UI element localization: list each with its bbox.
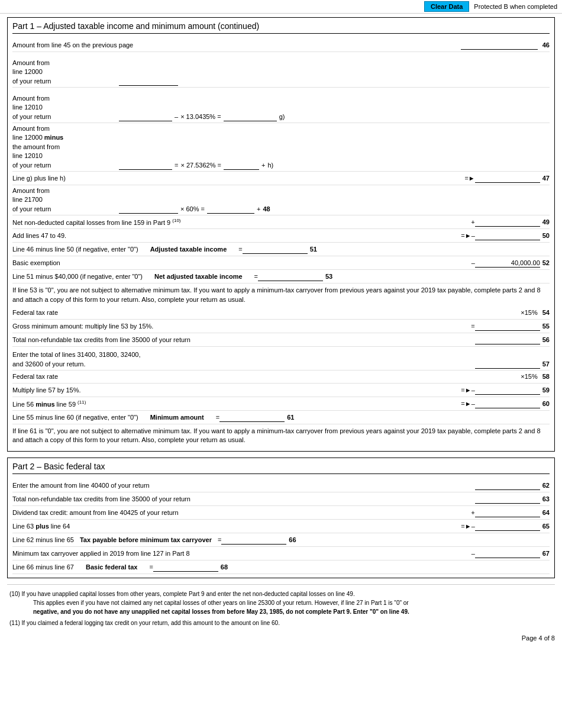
basic-federal-tax-label: Basic federal tax xyxy=(74,563,149,571)
line-46-input[interactable] xyxy=(461,40,538,50)
info-text-1-content: If line 53 is "0", you are not subject t… xyxy=(12,286,541,302)
line-55-minus-60-label: Line 55 minus line 60 (if negative, ente… xyxy=(12,414,138,421)
line-66-num: 66 xyxy=(289,536,296,543)
total-non-refund-label: Total non-refundable tax credits from li… xyxy=(12,336,190,343)
line-66-label: Line 62 minus line 65 xyxy=(12,536,74,543)
line-61-input[interactable] xyxy=(219,413,285,422)
part2-title: Part 2 – Basic federal tax xyxy=(12,462,550,474)
footnote-10c-text: negative, and you do not have any unappl… xyxy=(33,608,409,615)
eq-sign-minus: = xyxy=(175,162,178,169)
enter-total-lines-label: Enter the total of lines 31400, 31800, 3… xyxy=(12,350,475,369)
line-68-row: Line 66 minus line 67 Basic federal tax … xyxy=(12,561,550,574)
minimum-amount-label: Minimum amount xyxy=(138,414,216,421)
line-21700-input[interactable] xyxy=(119,204,178,214)
line-51-input[interactable] xyxy=(243,244,308,254)
footnote-10b-text: This applies even if you have not claime… xyxy=(33,600,409,606)
page-number-text: Page 4 of 8 xyxy=(522,634,555,642)
line-60-input[interactable] xyxy=(475,399,540,408)
footnote-10-sup: (10) xyxy=(172,218,180,223)
line-63-label: Total non-refundable tax credits from li… xyxy=(12,495,190,502)
footnote-11: (11) If you claimed a federal logging ta… xyxy=(9,619,553,627)
mult-27-input[interactable] xyxy=(224,160,259,170)
line-12010-label: Amount fromline 12010of your return xyxy=(12,94,119,121)
line-47-row: Line g) plus line h) = ► 47 xyxy=(12,172,550,185)
line-54-num: 54 xyxy=(542,309,550,316)
mult-60: × 60% = xyxy=(180,205,205,212)
gross-min-label: Gross minimum amount: multiply line 53 b… xyxy=(12,323,153,330)
line-48-num: 48 xyxy=(263,205,270,212)
line-12010-input[interactable] xyxy=(119,112,172,121)
line-50-label: Add lines 47 to 49. xyxy=(12,232,66,239)
line-g-plus-h-label: Line g) plus line h) xyxy=(12,175,66,182)
plus-27: + xyxy=(261,162,265,169)
line-52-input[interactable] xyxy=(475,258,540,268)
line-63-row: Total non-refundable tax credits from li… xyxy=(12,492,550,506)
line-12000-input[interactable] xyxy=(119,76,178,86)
arrow-60: ► xyxy=(465,400,471,407)
part1-title-dash: – xyxy=(37,21,43,31)
line-53-num: 53 xyxy=(325,273,332,280)
line-53-row: Line 51 minus $40,000 (if negative, ente… xyxy=(12,270,550,284)
line-57-num: 57 xyxy=(542,360,550,368)
line-12000-minus-input[interactable] xyxy=(119,160,172,170)
line-63-num: 63 xyxy=(542,495,550,502)
line-59-num: 59 xyxy=(542,386,550,394)
line-21700-result[interactable] xyxy=(207,204,254,214)
net-adjusted-label: Net adjusted taxable income xyxy=(143,273,254,280)
footnote-11-text: (11) If you claimed a federal logging ta… xyxy=(9,620,280,626)
line-47-input[interactable] xyxy=(475,173,540,183)
line-67-num: 67 xyxy=(542,550,550,557)
main-content: Part 1 – Adjusted taxable income and min… xyxy=(0,14,562,648)
line-56-minus-59-label: Line 56 minus line 59 (11) xyxy=(12,400,86,408)
line-49-label: Net non-deducted capital losses from lin… xyxy=(12,218,181,226)
part1-title-suffix: (continued) xyxy=(218,21,259,31)
line-68-input[interactable] xyxy=(153,562,218,572)
minus-sign-12010: – xyxy=(175,113,178,120)
line-52-label: Basic exemption xyxy=(12,259,60,266)
line-56-input[interactable] xyxy=(475,335,540,344)
line-64-label: Dividend tax credit: amount from line 40… xyxy=(12,509,179,516)
line-61-row: Line 55 minus line 60 (if negative, ente… xyxy=(12,411,550,424)
clear-data-button[interactable]: Clear Data xyxy=(424,1,469,12)
arrow-50: ► xyxy=(465,232,471,239)
line-62-input[interactable] xyxy=(475,481,540,490)
mult-27-label: × 27.5362% = xyxy=(180,162,221,169)
line-57-input[interactable] xyxy=(475,359,540,369)
line-60-num: 60 xyxy=(542,400,550,407)
protected-text: Protected B when completed xyxy=(474,3,557,10)
g-label: g) xyxy=(279,113,285,120)
line-65-row: Line 63 plus line 64 = ► – 65 xyxy=(12,520,550,533)
line-67-label: Minimum tax carryover applied in 2019 fr… xyxy=(12,550,190,557)
line-67-input[interactable] xyxy=(475,549,540,558)
line-51-num: 51 xyxy=(310,246,317,253)
line-60-row: Line 56 minus line 59 (11) = ► – 60 xyxy=(12,397,550,411)
info-text-2-content: If line 61 is "0", you are not subject t… xyxy=(12,427,541,443)
line-62-row: Enter the amount from line 40400 of your… xyxy=(12,479,550,492)
line-64-input[interactable] xyxy=(475,508,540,517)
info-text-1: If line 53 is "0", you are not subject t… xyxy=(12,284,550,307)
line-59-input[interactable] xyxy=(475,385,540,395)
line-66-row: Line 62 minus line 65 Tax payable before… xyxy=(12,533,550,547)
line-63-input[interactable] xyxy=(475,494,540,504)
arrow-59: ► xyxy=(465,386,471,394)
part2-section: Part 2 – Basic federal tax Enter the amo… xyxy=(7,458,555,578)
line-50-input[interactable] xyxy=(475,231,540,240)
line-55-input[interactable] xyxy=(475,321,540,331)
part1-title: Part 1 – Adjusted taxable income and min… xyxy=(12,21,550,34)
part1-section: Part 1 – Adjusted taxable income and min… xyxy=(7,17,555,452)
line-12000-label: Amount fromline 12000of your return xyxy=(12,59,119,86)
line-62-label: Enter the amount from line 40400 of your… xyxy=(12,482,150,489)
line-51-label: Line 46 minus line 50 (if negative, ente… xyxy=(12,246,138,253)
part2-title-label: Part 2 xyxy=(12,462,34,471)
line-53-input[interactable] xyxy=(258,272,323,281)
line-12010-result-input[interactable] xyxy=(224,112,277,121)
adjusted-taxable-label: Adjusted taxable income xyxy=(138,246,239,253)
part2-title-main: Basic federal tax xyxy=(44,462,105,471)
line-64-row: Dividend tax credit: amount from line 40… xyxy=(12,506,550,520)
line-66-input[interactable] xyxy=(221,535,286,545)
line-65-input[interactable] xyxy=(475,521,540,531)
line-49-input[interactable] xyxy=(475,217,540,227)
line-56-num: 56 xyxy=(542,336,550,343)
federal-tax-rate-label: Federal tax rate xyxy=(12,309,58,316)
line-49-row: Net non-deducted capital losses from lin… xyxy=(12,215,550,229)
